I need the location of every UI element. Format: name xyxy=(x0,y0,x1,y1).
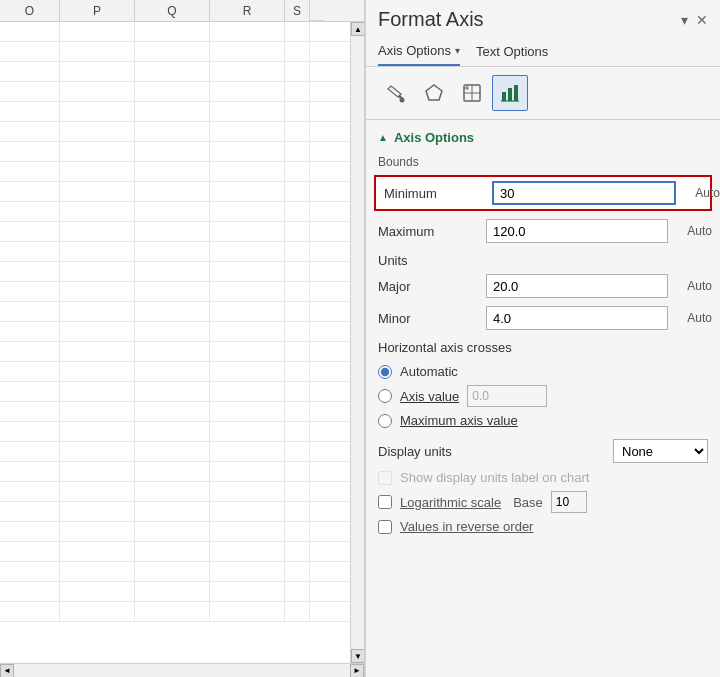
table-cell[interactable] xyxy=(210,142,285,162)
table-cell[interactable] xyxy=(135,282,210,302)
table-cell[interactable] xyxy=(210,62,285,82)
table-cell[interactable] xyxy=(285,142,310,162)
table-cell[interactable] xyxy=(60,42,135,62)
table-cell[interactable] xyxy=(285,182,310,202)
table-cell[interactable] xyxy=(135,142,210,162)
table-cell[interactable] xyxy=(135,22,210,42)
tab-text-options[interactable]: Text Options xyxy=(476,39,548,66)
display-units-select[interactable]: None Hundreds Thousands Millions xyxy=(613,439,708,463)
table-cell[interactable] xyxy=(210,202,285,222)
table-cell[interactable] xyxy=(210,82,285,102)
table-cell[interactable] xyxy=(60,282,135,302)
table-cell[interactable] xyxy=(135,382,210,402)
table-cell[interactable] xyxy=(0,422,60,442)
table-cell[interactable] xyxy=(285,362,310,382)
table-cell[interactable] xyxy=(60,342,135,362)
table-cell[interactable] xyxy=(60,262,135,282)
table-cell[interactable] xyxy=(210,182,285,202)
table-cell[interactable] xyxy=(0,102,60,122)
table-cell[interactable] xyxy=(0,522,60,542)
table-cell[interactable] xyxy=(135,342,210,362)
tab-axis-options[interactable]: Axis Options ▾ xyxy=(378,39,460,66)
table-cell[interactable] xyxy=(210,342,285,362)
table-cell[interactable] xyxy=(60,322,135,342)
table-cell[interactable] xyxy=(0,142,60,162)
axis-value-input[interactable] xyxy=(467,385,547,407)
table-cell[interactable] xyxy=(0,582,60,602)
table-cell[interactable] xyxy=(60,542,135,562)
table-cell[interactable] xyxy=(285,582,310,602)
table-cell[interactable] xyxy=(0,382,60,402)
table-cell[interactable] xyxy=(0,502,60,522)
table-cell[interactable] xyxy=(60,62,135,82)
table-cell[interactable] xyxy=(135,362,210,382)
table-cell[interactable] xyxy=(60,142,135,162)
table-cell[interactable] xyxy=(285,302,310,322)
table-cell[interactable] xyxy=(135,222,210,242)
table-cell[interactable] xyxy=(285,442,310,462)
table-cell[interactable] xyxy=(135,302,210,322)
table-cell[interactable] xyxy=(0,442,60,462)
table-cell[interactable] xyxy=(135,202,210,222)
table-cell[interactable] xyxy=(0,162,60,182)
table-cell[interactable] xyxy=(60,162,135,182)
table-cell[interactable] xyxy=(60,582,135,602)
table-cell[interactable] xyxy=(285,382,310,402)
table-cell[interactable] xyxy=(210,522,285,542)
table-cell[interactable] xyxy=(285,542,310,562)
table-cell[interactable] xyxy=(60,122,135,142)
table-cell[interactable] xyxy=(60,402,135,422)
table-cell[interactable] xyxy=(210,542,285,562)
table-cell[interactable] xyxy=(60,102,135,122)
table-cell[interactable] xyxy=(0,122,60,142)
close-icon[interactable]: ✕ xyxy=(696,12,708,28)
table-cell[interactable] xyxy=(285,322,310,342)
horizontal-scrollbar[interactable]: ◄ ► xyxy=(0,663,364,677)
table-cell[interactable] xyxy=(285,562,310,582)
table-cell[interactable] xyxy=(210,562,285,582)
table-cell[interactable] xyxy=(0,62,60,82)
scroll-up-btn[interactable]: ▲ xyxy=(351,22,364,36)
table-cell[interactable] xyxy=(0,42,60,62)
table-cell[interactable] xyxy=(0,182,60,202)
table-cell[interactable] xyxy=(135,582,210,602)
table-cell[interactable] xyxy=(210,322,285,342)
table-cell[interactable] xyxy=(0,402,60,422)
table-cell[interactable] xyxy=(60,22,135,42)
table-cell[interactable] xyxy=(285,602,310,622)
bar-chart-icon[interactable] xyxy=(492,75,528,111)
table-cell[interactable] xyxy=(0,202,60,222)
table-cell[interactable] xyxy=(135,562,210,582)
table-cell[interactable] xyxy=(0,362,60,382)
values-reverse-order-checkbox[interactable] xyxy=(378,520,392,534)
axis-options-heading[interactable]: ▲ Axis Options xyxy=(366,120,720,151)
table-cell[interactable] xyxy=(135,62,210,82)
scroll-down-btn[interactable]: ▼ xyxy=(351,649,364,663)
table-cell[interactable] xyxy=(0,22,60,42)
table-cell[interactable] xyxy=(210,462,285,482)
table-cell[interactable] xyxy=(210,162,285,182)
table-cell[interactable] xyxy=(0,562,60,582)
table-cell[interactable] xyxy=(60,362,135,382)
table-cell[interactable] xyxy=(285,462,310,482)
table-cell[interactable] xyxy=(285,282,310,302)
table-cell[interactable] xyxy=(0,482,60,502)
radio-automatic[interactable] xyxy=(378,365,392,379)
table-cell[interactable] xyxy=(285,502,310,522)
table-cell[interactable] xyxy=(0,242,60,262)
table-cell[interactable] xyxy=(210,222,285,242)
table-cell[interactable] xyxy=(285,222,310,242)
scroll-left-btn[interactable]: ◄ xyxy=(0,664,14,678)
table-cell[interactable] xyxy=(60,422,135,442)
table-cell[interactable] xyxy=(60,382,135,402)
radio-axis-value[interactable] xyxy=(378,389,392,403)
table-cell[interactable] xyxy=(285,62,310,82)
table-cell[interactable] xyxy=(0,342,60,362)
table-cell[interactable] xyxy=(285,202,310,222)
radio-max-axis-value[interactable] xyxy=(378,414,392,428)
logarithmic-scale-checkbox[interactable] xyxy=(378,495,392,509)
table-cell[interactable] xyxy=(60,522,135,542)
table-cell[interactable] xyxy=(135,482,210,502)
chevron-down-icon[interactable]: ▾ xyxy=(681,12,688,28)
table-cell[interactable] xyxy=(135,162,210,182)
